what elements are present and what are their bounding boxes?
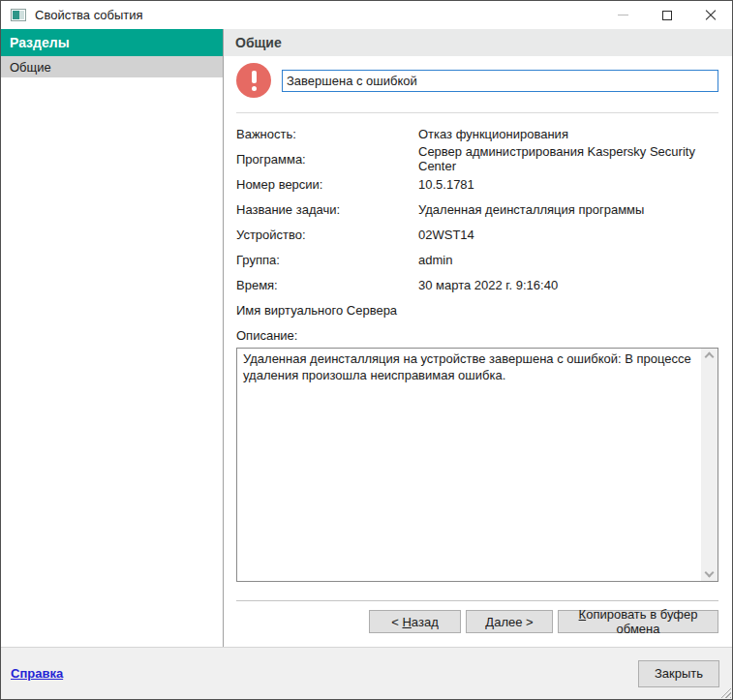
description-textarea[interactable]: Удаленная деинсталляция на устройстве за… — [236, 348, 718, 582]
help-link[interactable]: Справка — [11, 666, 63, 681]
back-button[interactable]: < Назад — [369, 610, 461, 633]
field-application: Программа: Сервер администрирования Kasp… — [236, 146, 718, 171]
field-time: Время: 30 марта 2022 г. 9:16:40 — [236, 272, 718, 297]
footer-bar: Справка Закрыть — [1, 647, 732, 699]
description-scrollbar[interactable] — [701, 349, 718, 581]
field-severity: Важность: Отказ функционирования — [236, 121, 718, 146]
divider — [236, 600, 718, 601]
field-task-name: Название задачи: Удаленная деинсталляция… — [236, 197, 718, 222]
field-device: Устройство: 02WST14 — [236, 222, 718, 247]
event-name-input[interactable] — [282, 70, 718, 92]
window-title: Свойства события — [35, 8, 143, 22]
properties-window-icon — [11, 9, 26, 21]
minimize-button[interactable] — [601, 2, 645, 29]
next-button[interactable]: Далее > — [466, 610, 553, 633]
close-dialog-button[interactable]: Закрыть — [638, 660, 719, 687]
close-icon — [705, 10, 717, 21]
maximize-button[interactable] — [645, 2, 688, 29]
divider — [236, 112, 718, 113]
event-properties-dialog: Свойства события Разделы Общие Общие Важ… — [0, 0, 733, 700]
title-bar: Свойства события — [1, 1, 732, 29]
scroll-up-icon[interactable] — [705, 352, 715, 362]
field-description-label: Описание: — [236, 322, 718, 348]
field-group: Группа: admin — [236, 247, 718, 272]
sections-sidebar: Разделы Общие — [1, 29, 224, 647]
field-virtual-server-name: Имя виртуального Сервера — [236, 297, 718, 322]
minimize-icon — [618, 15, 628, 15]
page-title: Общие — [224, 29, 732, 56]
general-section: Важность: Отказ функционирования Програм… — [224, 56, 732, 647]
maximize-icon — [662, 11, 672, 20]
description-text: Удаленная деинсталляция на устройстве за… — [237, 349, 701, 581]
copy-to-clipboard-button[interactable]: Копировать в буфер обмена — [558, 610, 718, 633]
sidebar-header: Разделы — [1, 29, 223, 56]
close-button[interactable] — [688, 2, 732, 29]
field-version: Номер версии: 10.5.1781 — [236, 171, 718, 197]
scroll-down-icon[interactable] — [705, 568, 715, 578]
resize-grip[interactable] — [718, 685, 731, 698]
sidebar-item-general[interactable]: Общие — [1, 56, 223, 77]
error-severity-icon — [236, 63, 271, 98]
